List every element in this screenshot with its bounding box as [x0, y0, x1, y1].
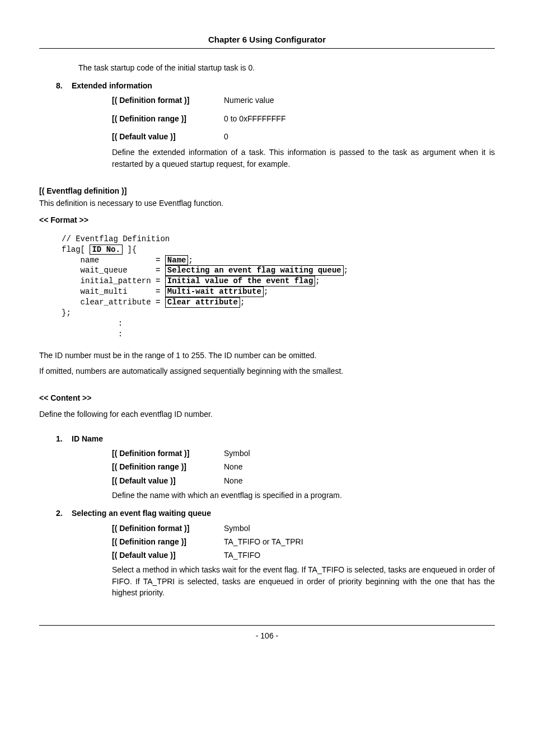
code-l3a: name = — [62, 256, 165, 265]
code-l10: : — [62, 330, 123, 339]
code-l6a: wait_multi = — [62, 287, 165, 296]
def-format-label: [( Definition format )] — [112, 95, 224, 106]
def-default-value: None — [224, 475, 242, 486]
item-2-description: Select a method in which tasks wait for … — [112, 564, 495, 598]
item-1-range-row: [( Definition range )] None — [112, 461, 495, 472]
code-clearattr-box: Clear attribute — [165, 297, 240, 308]
item-8-number: 8. — [56, 80, 72, 91]
code-l5a: initial_pattern = — [62, 276, 165, 285]
item-8-description: Define the extended information of a tas… — [112, 147, 495, 170]
item-1-number: 1. — [56, 433, 72, 444]
def-format-label: [( Definition format )] — [112, 523, 224, 534]
header-rule — [39, 48, 495, 49]
def-default-value: TA_TFIFO — [224, 550, 260, 561]
code-l9: : — [62, 319, 123, 328]
def-range-value: 0 to 0xFFFFFFFF — [224, 113, 285, 124]
def-range-label: [( Definition range )] — [112, 536, 224, 547]
def-range-value: TA_TFIFO or TA_TPRI — [224, 536, 303, 547]
def-format-value: Symbol — [224, 523, 250, 534]
item-1-default-row: [( Default value )] None — [112, 475, 495, 486]
code-l4c: ; — [344, 266, 348, 275]
item-2-title: Selecting an event flag waiting queue — [72, 508, 211, 519]
footer-rule — [39, 625, 495, 626]
content-heading: << Content >> — [39, 392, 495, 403]
code-initpattern-box: Initial value of the event flag — [165, 276, 315, 287]
def-default-label: [( Default value )] — [112, 475, 224, 486]
item-1-description: Define the name with which an eventflag … — [112, 490, 495, 501]
def-range-label: [( Definition range )] — [112, 461, 224, 472]
code-name-box: Name — [165, 255, 189, 266]
code-l2c: ]{ — [123, 245, 137, 254]
code-idno-box: ID No. — [90, 245, 122, 255]
def-range-label: [( Definition range )] — [112, 113, 224, 124]
code-waitmulti-box: Multi-wait attribute — [165, 287, 264, 297]
idnum-range-text: The ID number must be in the range of 1 … — [39, 350, 495, 361]
code-l5c: ; — [315, 276, 320, 285]
item-2-default-row: [( Default value )] TA_TFIFO — [112, 550, 495, 561]
def-format-label: [( Definition format )] — [112, 448, 224, 459]
format-heading: << Format >> — [39, 214, 495, 226]
def-default-label: [( Default value )] — [112, 131, 224, 142]
code-l7a: clear_attribute = — [62, 298, 165, 307]
item-8-default-row: [( Default value )] 0 — [112, 131, 495, 142]
item-1-title: ID Name — [72, 433, 103, 444]
item-2-range-row: [( Definition range )] TA_TFIFO or TA_TP… — [112, 536, 495, 547]
item-1-format-row: [( Definition format )] Symbol — [112, 448, 495, 459]
item-8-title: Extended information — [72, 80, 152, 91]
code-l2a: flag[ — [62, 245, 90, 254]
code-l3c: ; — [188, 256, 193, 265]
def-format-value: Symbol — [224, 448, 250, 459]
code-l7c: ; — [240, 298, 245, 307]
intro-line: The task startup code of the initial sta… — [78, 62, 495, 73]
eventflag-title: [( Eventflag definition )] — [39, 185, 495, 196]
code-block: // Eventflag Definition flag[ ID No. ]{ … — [62, 234, 495, 340]
code-l8: }; — [62, 308, 71, 317]
page-number: - 106 - — [39, 630, 495, 641]
def-default-label: [( Default value )] — [112, 550, 224, 561]
def-format-value: Numeric value — [224, 95, 274, 106]
def-range-value: None — [224, 461, 242, 472]
item-2-heading: 2. Selecting an event flag waiting queue — [56, 508, 495, 519]
eventflag-desc: This definition is necessary to use Even… — [39, 198, 495, 209]
chapter-header: Chapter 6 Using Configurator — [39, 34, 495, 46]
code-l6c: ; — [264, 287, 268, 296]
item-8-format-row: [( Definition format )] Numeric value — [112, 95, 495, 106]
code-l1: // Eventflag Definition — [62, 234, 170, 243]
item-8-heading: 8. Extended information — [56, 80, 495, 91]
content-body: Define the following for each eventflag … — [39, 408, 495, 420]
item-1-heading: 1. ID Name — [56, 433, 495, 444]
code-l4a: wait_queue = — [62, 266, 165, 275]
item-8-range-row: [( Definition range )] 0 to 0xFFFFFFFF — [112, 113, 495, 124]
def-default-value: 0 — [224, 131, 228, 142]
idnum-omitted-text: If omitted, numbers are automatically as… — [39, 365, 495, 377]
item-2-number: 2. — [56, 508, 72, 519]
code-waitqueue-box: Selecting an event flag waiting queue — [165, 265, 344, 276]
item-2-format-row: [( Definition format )] Symbol — [112, 523, 495, 534]
